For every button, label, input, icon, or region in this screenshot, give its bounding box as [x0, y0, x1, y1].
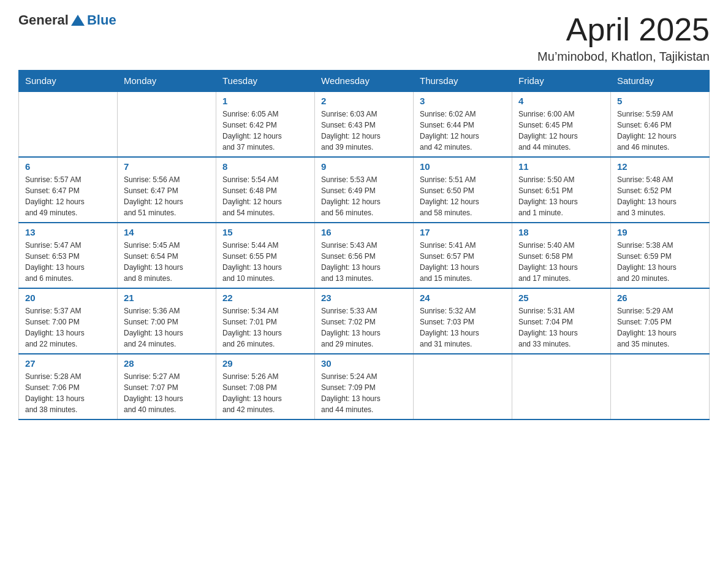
day-info: Sunrise: 5:38 AM Sunset: 6:59 PM Dayligh…	[617, 240, 703, 284]
day-number: 23	[321, 293, 407, 303]
day-info: Sunrise: 5:54 AM Sunset: 6:48 PM Dayligh…	[222, 174, 308, 218]
day-info: Sunrise: 5:32 AM Sunset: 7:03 PM Dayligh…	[420, 305, 506, 350]
calendar-cell: 13Sunrise: 5:47 AM Sunset: 6:53 PM Dayli…	[19, 223, 118, 288]
calendar-cell: 9Sunrise: 5:53 AM Sunset: 6:49 PM Daylig…	[315, 157, 414, 223]
calendar-cell: 1Sunrise: 6:05 AM Sunset: 6:42 PM Daylig…	[216, 91, 315, 157]
col-tuesday: Tuesday	[216, 71, 315, 92]
day-number: 8	[222, 161, 308, 172]
day-number: 26	[617, 293, 703, 303]
calendar-cell: 19Sunrise: 5:38 AM Sunset: 6:59 PM Dayli…	[611, 223, 710, 288]
day-info: Sunrise: 5:57 AM Sunset: 6:47 PM Dayligh…	[25, 174, 111, 218]
day-info: Sunrise: 5:47 AM Sunset: 6:53 PM Dayligh…	[25, 240, 111, 284]
day-number: 9	[321, 161, 407, 172]
day-info: Sunrise: 6:05 AM Sunset: 6:42 PM Dayligh…	[222, 109, 308, 153]
day-info: Sunrise: 5:34 AM Sunset: 7:01 PM Dayligh…	[222, 305, 308, 350]
calendar-cell: 5Sunrise: 5:59 AM Sunset: 6:46 PM Daylig…	[611, 91, 710, 157]
day-number: 10	[420, 161, 506, 172]
calendar-cell: 18Sunrise: 5:40 AM Sunset: 6:58 PM Dayli…	[512, 223, 611, 288]
col-friday: Friday	[512, 71, 611, 92]
day-number: 17	[420, 227, 506, 237]
day-info: Sunrise: 5:27 AM Sunset: 7:07 PM Dayligh…	[124, 371, 210, 415]
day-number: 16	[321, 227, 407, 237]
day-number: 21	[124, 293, 210, 303]
day-info: Sunrise: 5:59 AM Sunset: 6:46 PM Dayligh…	[617, 109, 703, 153]
calendar-week-row: 13Sunrise: 5:47 AM Sunset: 6:53 PM Dayli…	[19, 223, 710, 288]
title-block: April 2025 Mu’minobod, Khatlon, Tajikist…	[537, 12, 710, 64]
day-number: 14	[124, 227, 210, 237]
day-number: 24	[420, 293, 506, 303]
day-number: 18	[518, 227, 604, 237]
day-info: Sunrise: 5:43 AM Sunset: 6:56 PM Dayligh…	[321, 240, 407, 284]
day-number: 20	[25, 293, 111, 303]
day-info: Sunrise: 5:51 AM Sunset: 6:50 PM Dayligh…	[420, 174, 506, 218]
calendar-cell: 8Sunrise: 5:54 AM Sunset: 6:48 PM Daylig…	[216, 157, 315, 223]
calendar-cell: 3Sunrise: 6:02 AM Sunset: 6:44 PM Daylig…	[414, 91, 512, 157]
day-info: Sunrise: 5:56 AM Sunset: 6:47 PM Dayligh…	[124, 174, 210, 218]
col-wednesday: Wednesday	[315, 71, 414, 92]
day-info: Sunrise: 5:24 AM Sunset: 7:09 PM Dayligh…	[321, 371, 407, 415]
calendar-cell: 21Sunrise: 5:36 AM Sunset: 7:00 PM Dayli…	[118, 288, 216, 354]
calendar-cell	[118, 91, 216, 157]
calendar-cell: 30Sunrise: 5:24 AM Sunset: 7:09 PM Dayli…	[315, 354, 414, 419]
day-info: Sunrise: 5:29 AM Sunset: 7:05 PM Dayligh…	[617, 305, 703, 350]
day-number: 19	[617, 227, 703, 237]
calendar-cell: 20Sunrise: 5:37 AM Sunset: 7:00 PM Dayli…	[19, 288, 118, 354]
calendar-cell: 2Sunrise: 6:03 AM Sunset: 6:43 PM Daylig…	[315, 91, 414, 157]
day-number: 28	[124, 358, 210, 369]
col-saturday: Saturday	[611, 71, 710, 92]
day-number: 13	[25, 227, 111, 237]
day-number: 5	[617, 96, 703, 106]
day-number: 7	[124, 161, 210, 172]
calendar-cell: 29Sunrise: 5:26 AM Sunset: 7:08 PM Dayli…	[216, 354, 315, 419]
col-sunday: Sunday	[19, 71, 118, 92]
day-number: 6	[25, 161, 111, 172]
day-info: Sunrise: 5:41 AM Sunset: 6:57 PM Dayligh…	[420, 240, 506, 284]
svg-marker-0	[71, 15, 85, 26]
day-info: Sunrise: 5:40 AM Sunset: 6:58 PM Dayligh…	[518, 240, 604, 284]
calendar-week-row: 1Sunrise: 6:05 AM Sunset: 6:42 PM Daylig…	[19, 91, 710, 157]
calendar-cell	[611, 354, 710, 419]
calendar-cell: 4Sunrise: 6:00 AM Sunset: 6:45 PM Daylig…	[512, 91, 611, 157]
day-number: 15	[222, 227, 308, 237]
day-number: 2	[321, 96, 407, 106]
calendar-cell: 10Sunrise: 5:51 AM Sunset: 6:50 PM Dayli…	[414, 157, 512, 223]
calendar-cell: 12Sunrise: 5:48 AM Sunset: 6:52 PM Dayli…	[611, 157, 710, 223]
day-info: Sunrise: 5:44 AM Sunset: 6:55 PM Dayligh…	[222, 240, 308, 284]
logo-triangle-icon	[71, 13, 85, 27]
calendar-cell: 24Sunrise: 5:32 AM Sunset: 7:03 PM Dayli…	[414, 288, 512, 354]
day-info: Sunrise: 5:50 AM Sunset: 6:51 PM Dayligh…	[518, 174, 604, 218]
header-row: Sunday Monday Tuesday Wednesday Thursday…	[19, 71, 710, 92]
day-number: 29	[222, 358, 308, 369]
calendar-cell: 22Sunrise: 5:34 AM Sunset: 7:01 PM Dayli…	[216, 288, 315, 354]
day-number: 4	[518, 96, 604, 106]
calendar-cell: 25Sunrise: 5:31 AM Sunset: 7:04 PM Dayli…	[512, 288, 611, 354]
day-info: Sunrise: 5:31 AM Sunset: 7:04 PM Dayligh…	[518, 305, 604, 350]
calendar-cell: 28Sunrise: 5:27 AM Sunset: 7:07 PM Dayli…	[118, 354, 216, 419]
calendar-cell	[512, 354, 611, 419]
day-number: 11	[518, 161, 604, 172]
day-info: Sunrise: 5:36 AM Sunset: 7:00 PM Dayligh…	[124, 305, 210, 350]
day-info: Sunrise: 5:53 AM Sunset: 6:49 PM Dayligh…	[321, 174, 407, 218]
calendar-cell: 14Sunrise: 5:45 AM Sunset: 6:54 PM Dayli…	[118, 223, 216, 288]
day-number: 22	[222, 293, 308, 303]
calendar-cell: 27Sunrise: 5:28 AM Sunset: 7:06 PM Dayli…	[19, 354, 118, 419]
logo: General Blue	[18, 12, 116, 28]
calendar-table: Sunday Monday Tuesday Wednesday Thursday…	[18, 70, 710, 420]
col-thursday: Thursday	[414, 71, 512, 92]
day-number: 12	[617, 161, 703, 172]
calendar-cell: 26Sunrise: 5:29 AM Sunset: 7:05 PM Dayli…	[611, 288, 710, 354]
calendar-cell: 17Sunrise: 5:41 AM Sunset: 6:57 PM Dayli…	[414, 223, 512, 288]
calendar-body: 1Sunrise: 6:05 AM Sunset: 6:42 PM Daylig…	[19, 91, 710, 419]
page-title: April 2025	[537, 12, 710, 47]
calendar-header: Sunday Monday Tuesday Wednesday Thursday…	[19, 71, 710, 92]
day-info: Sunrise: 6:00 AM Sunset: 6:45 PM Dayligh…	[518, 109, 604, 153]
col-monday: Monday	[118, 71, 216, 92]
day-info: Sunrise: 5:33 AM Sunset: 7:02 PM Dayligh…	[321, 305, 407, 350]
day-info: Sunrise: 5:48 AM Sunset: 6:52 PM Dayligh…	[617, 174, 703, 218]
day-number: 25	[518, 293, 604, 303]
day-number: 27	[25, 358, 111, 369]
page-subtitle: Mu’minobod, Khatlon, Tajikistan	[537, 50, 710, 64]
logo-blue-text: Blue	[87, 12, 116, 28]
calendar-week-row: 27Sunrise: 5:28 AM Sunset: 7:06 PM Dayli…	[19, 354, 710, 419]
calendar-cell: 7Sunrise: 5:56 AM Sunset: 6:47 PM Daylig…	[118, 157, 216, 223]
